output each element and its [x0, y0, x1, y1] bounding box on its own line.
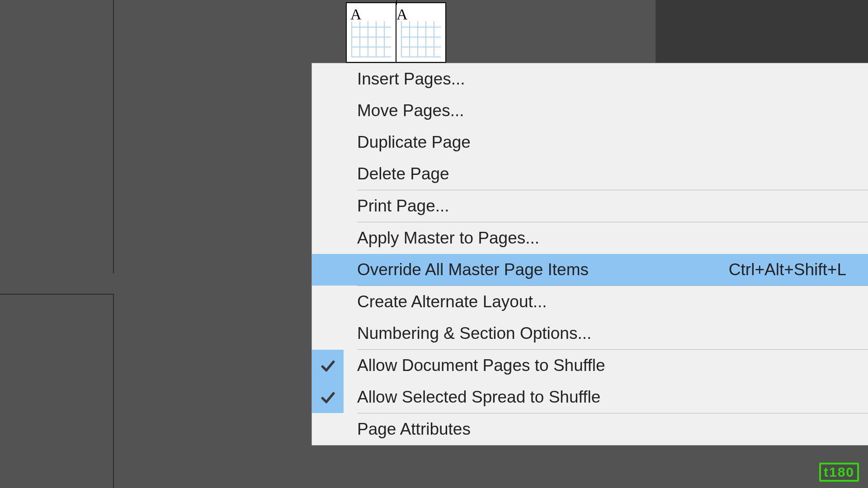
menu-item-delete-page[interactable]: Delete Page [312, 158, 868, 190]
check-icon [312, 95, 344, 127]
menu-item-print-page[interactable]: Print Page... [312, 190, 868, 222]
watermark: t180 [819, 463, 859, 482]
check-icon [312, 127, 344, 158]
check-icon [312, 413, 344, 445]
menu-item-numbering-options[interactable]: Numbering & Section Options... [312, 318, 868, 349]
menu-item-label: Apply Master to Pages... [357, 229, 539, 248]
menu-item-shortcut: Ctrl+Alt+Shift+L [729, 260, 846, 279]
menu-item-label: Allow Selected Spread to Shuffle [357, 388, 600, 407]
spine-marker [396, 0, 397, 5]
master-item-overlay [401, 21, 441, 57]
menu-item-allow-spread-shuffle[interactable]: Allow Selected Spread to Shuffle [312, 381, 868, 413]
menu-item-label: Print Page... [357, 197, 449, 216]
master-prefix-left: A [350, 6, 362, 23]
menu-item-duplicate-page[interactable]: Duplicate Page [312, 127, 868, 158]
check-icon [312, 254, 344, 286]
master-item-overlay [351, 21, 391, 57]
menu-item-label: Insert Pages... [357, 70, 465, 89]
menu-item-override-master[interactable]: Override All Master Page ItemsCtrl+Alt+S… [312, 254, 868, 286]
menu-item-label: Move Pages... [357, 101, 464, 120]
menu-item-move-pages[interactable]: Move Pages... [312, 95, 868, 127]
check-icon [312, 158, 344, 190]
pages-context-menu: Insert Pages...Move Pages...Duplicate Pa… [312, 63, 868, 445]
menu-item-page-attributes[interactable]: Page Attributes [312, 413, 868, 445]
master-prefix-right: A [396, 6, 408, 23]
page-spread-thumbnail[interactable]: A A [346, 2, 446, 63]
menu-item-create-alt-layout[interactable]: Create Alternate Layout... [312, 286, 868, 318]
menu-item-label: Page Attributes [357, 420, 471, 439]
menu-item-apply-master[interactable]: Apply Master to Pages... [312, 222, 868, 254]
menu-item-label: Allow Document Pages to Shuffle [357, 356, 605, 375]
page-left[interactable]: A [347, 3, 396, 62]
menu-item-label: Delete Page [357, 164, 449, 183]
menu-item-label: Duplicate Page [357, 133, 471, 152]
check-icon [312, 350, 344, 381]
menu-item-insert-pages[interactable]: Insert Pages... [312, 63, 868, 95]
menu-item-label: Override All Master Page Items [357, 260, 589, 279]
check-icon [312, 381, 344, 413]
check-icon [312, 190, 344, 222]
menu-item-allow-doc-shuffle[interactable]: Allow Document Pages to Shuffle [312, 350, 868, 381]
check-icon [312, 63, 344, 95]
check-icon [312, 318, 344, 349]
panel-background [656, 0, 868, 63]
page-right[interactable]: A [396, 3, 445, 62]
check-icon [312, 286, 344, 318]
menu-item-label: Numbering & Section Options... [357, 324, 591, 343]
menu-item-label: Create Alternate Layout... [357, 292, 547, 311]
check-icon [312, 222, 344, 254]
